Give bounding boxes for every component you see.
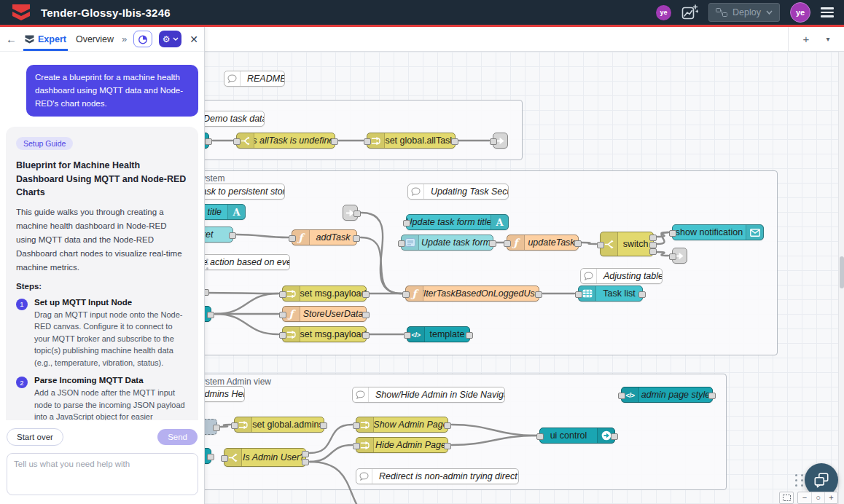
node-is-admin-user[interactable]: Is Admin User? — [224, 448, 306, 467]
fab-drag-handle[interactable] — [795, 474, 805, 487]
output-port[interactable] — [207, 454, 214, 460]
output-port[interactable] — [708, 393, 716, 399]
output-port[interactable] — [535, 291, 542, 298]
node-set-global-alltask[interactable]: set global.allTask — [367, 133, 456, 149]
output-port[interactable] — [302, 459, 309, 465]
user-avatar[interactable]: ye — [790, 2, 810, 23]
output-port[interactable] — [451, 138, 458, 145]
send-button[interactable]: Send — [157, 429, 198, 445]
deploy-button[interactable]: Deploy — [708, 3, 780, 22]
input-port[interactable] — [618, 393, 625, 399]
output-port[interactable] — [320, 422, 327, 429]
input-port[interactable] — [504, 240, 511, 247]
comment-adjusting-table[interactable]: Adjusting table — [580, 268, 663, 284]
input-port[interactable] — [575, 291, 582, 298]
output-port[interactable] — [353, 210, 361, 217]
input-port[interactable] — [353, 443, 360, 449]
scrollbar-thumb[interactable] — [840, 256, 844, 288]
node-set-global-admins[interactable]: set global.admins — [234, 417, 324, 433]
output-port[interactable] — [489, 240, 496, 247]
output-port[interactable] — [574, 240, 582, 247]
zoom-in-button[interactable]: + — [824, 492, 837, 503]
tab-expert[interactable]: Expert — [23, 27, 68, 51]
node-link-out-1[interactable] — [493, 133, 508, 149]
flow-list-caret-button[interactable]: ▾ — [819, 35, 837, 43]
panel-resize-handle[interactable] — [206, 259, 208, 269]
input-port[interactable] — [402, 291, 410, 298]
chat-history[interactable]: Create a blueprint for a machine health … — [0, 52, 204, 420]
comment-redirect-non-admin[interactable]: Redirect is non-admin trying direct acce… — [356, 468, 519, 484]
output-port[interactable] — [444, 443, 451, 449]
node-show-notification[interactable]: show notification — [672, 224, 764, 240]
input-port[interactable] — [669, 230, 676, 237]
node-update-task-form[interactable]: Update task form — [401, 235, 493, 251]
node-hide-admin-page[interactable]: Hide Admin Page — [356, 437, 448, 453]
chat-input[interactable] — [7, 453, 198, 495]
input-port[interactable] — [231, 422, 238, 429]
node-link-call[interactable] — [343, 205, 358, 221]
ai-assistant-icon[interactable] — [681, 4, 698, 21]
minimap-toggle-button[interactable] — [780, 492, 793, 503]
input-port[interactable] — [279, 332, 286, 339]
zoom-reset-button[interactable]: ○ — [811, 492, 824, 503]
comment-readme[interactable]: README — [224, 71, 285, 87]
output-port[interactable] — [213, 425, 220, 431]
node-set-msg-payload-1[interactable]: set msg.payload — [282, 286, 367, 302]
node-ui-control[interactable]: ui control — [539, 428, 615, 444]
input-port[interactable] — [403, 220, 410, 227]
output-port[interactable] — [649, 248, 657, 255]
start-over-button[interactable]: Start over — [7, 428, 63, 446]
node-filter-task[interactable]: ƒfilterTaskBasedOnLoggedUser — [405, 286, 539, 302]
input-port[interactable] — [233, 138, 241, 145]
output-port[interactable] — [444, 422, 451, 429]
input-port[interactable] — [536, 433, 544, 440]
more-tabs-icon[interactable]: » — [122, 34, 127, 44]
input-port[interactable] — [597, 242, 604, 248]
output-port[interactable] — [362, 332, 370, 339]
output-port[interactable] — [331, 138, 338, 145]
comment-show-hide-admin[interactable]: Show/Hide Admin in Side Navigation — [352, 387, 505, 403]
input-port[interactable] — [289, 235, 296, 242]
input-port[interactable] — [353, 422, 360, 429]
output-port[interactable] — [466, 332, 473, 339]
canvas-vertical-scrollbar[interactable] — [838, 52, 844, 504]
output-port[interactable] — [302, 451, 309, 457]
node-admin-page-style[interactable]: </>admin page style — [621, 387, 713, 403]
node-show-admin-page[interactable]: Show Admin Page — [356, 417, 448, 433]
node-set-msg-payload-2[interactable]: set msg.payload — [282, 326, 367, 342]
tab-overview[interactable]: Overview — [74, 27, 115, 51]
input-port[interactable] — [669, 253, 676, 260]
node-link-out-2[interactable] — [672, 248, 687, 264]
node-task-list[interactable]: Task list — [578, 286, 643, 302]
node-storeuserdata[interactable]: ƒStoreUserData — [282, 306, 367, 322]
back-arrow-icon[interactable]: ← — [6, 33, 17, 45]
input-port[interactable] — [404, 332, 411, 339]
output-port[interactable] — [362, 312, 370, 318]
node-switch[interactable]: switch — [600, 232, 654, 256]
input-port[interactable] — [364, 138, 371, 145]
output-port[interactable] — [649, 235, 657, 241]
input-port[interactable] — [398, 240, 405, 247]
settings-dropdown-button[interactable]: ⚙ — [159, 31, 181, 47]
input-port[interactable] — [221, 455, 228, 462]
usage-chart-button[interactable] — [133, 31, 152, 47]
node-addtask[interactable]: ƒaddTask — [292, 229, 357, 245]
group-demo-task-data[interactable] — [175, 100, 523, 160]
main-menu-icon[interactable] — [821, 5, 834, 20]
node-update-task-form-title[interactable]: Update task form titleA — [406, 214, 509, 230]
zoom-out-button[interactable]: − — [798, 492, 811, 503]
output-port[interactable] — [207, 312, 214, 318]
output-port[interactable] — [205, 138, 212, 145]
output-port[interactable] — [638, 291, 646, 298]
add-flow-button[interactable]: + — [797, 33, 815, 45]
node-template[interactable]: </>template — [407, 326, 470, 342]
output-port[interactable] — [353, 235, 360, 242]
comment-updating-task-securely[interactable]: Updating Task Securely — [407, 184, 509, 200]
close-panel-icon[interactable]: ✕ — [189, 34, 198, 45]
output-port[interactable] — [611, 433, 618, 440]
input-port[interactable] — [279, 312, 286, 318]
input-port[interactable] — [490, 138, 497, 145]
input-port[interactable] — [279, 291, 286, 298]
output-port[interactable] — [362, 291, 370, 298]
node-updatetask[interactable]: ƒupdateTask — [507, 235, 579, 251]
